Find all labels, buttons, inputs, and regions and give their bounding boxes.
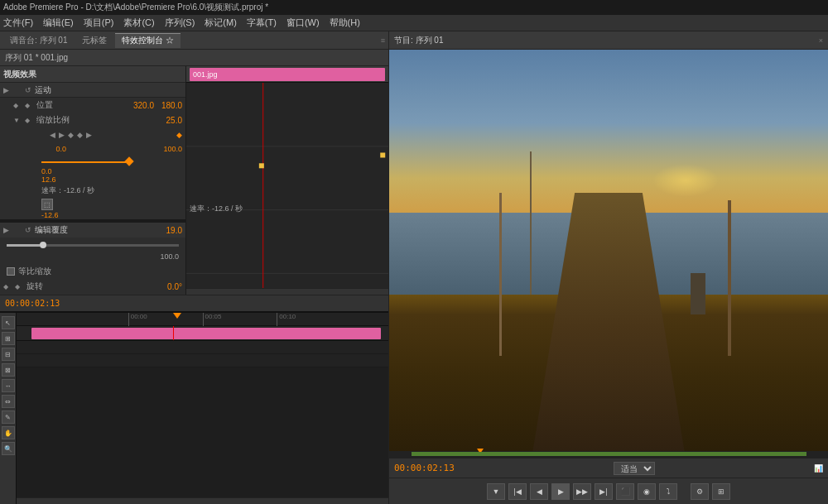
opacity-row: ▶ ↺ 编辑覆度 19.0	[0, 223, 185, 238]
scale-val3[interactable]: 100.0	[157, 145, 182, 153]
position-label: 位置	[36, 99, 129, 111]
source-playhead-line	[173, 326, 174, 340]
graph-val1: 0.0	[41, 167, 52, 175]
source-hscrollbar[interactable]	[17, 497, 388, 504]
ctrl-export[interactable]: ⤵	[659, 483, 677, 500]
svg-rect-4	[259, 163, 264, 168]
ctrl-play[interactable]: ▶	[551, 483, 570, 500]
opacity-reset[interactable]: ↺	[25, 226, 31, 234]
motion-row[interactable]: ▶ ↺ 运动	[0, 83, 185, 98]
ctrl-safe[interactable]: ⊞	[712, 483, 730, 500]
svg-rect-5	[380, 152, 385, 157]
source-clip-bar[interactable]: 001.jpg	[190, 68, 385, 81]
tool-slide[interactable]: ⇔	[2, 395, 15, 408]
motion-label: 运动	[35, 84, 51, 96]
tool-column: ↖ ⊞ ⊟ ⊠ ↔ ⇔ ✎ ✋ 🔍	[0, 313, 17, 504]
ctrl-record[interactable]: ◉	[638, 483, 656, 500]
source-clip-track	[17, 326, 388, 341]
ctrl-stop[interactable]: ⬛	[616, 483, 634, 500]
video-effects-header: 视频效果	[0, 66, 185, 83]
rotation-row: ◆ ◆ 旋转 0.0°	[0, 279, 185, 294]
graph-val2: 12.6	[41, 175, 56, 184]
render-bar	[412, 452, 806, 456]
menu-file[interactable]: 文件(F)	[3, 17, 33, 29]
source-timecode: 00:00:02:13	[5, 299, 60, 308]
program-close[interactable]: ×	[819, 36, 823, 45]
right-panel: 节目: 序列 01 ×	[389, 31, 828, 504]
ec-clip-name: 序列 01 * 001.jpg	[5, 52, 68, 64]
sun-glow	[652, 164, 719, 197]
tool-rolling[interactable]: ⊠	[2, 363, 15, 377]
equal-scale-label: 等比缩放	[18, 266, 51, 277]
pos-y-value[interactable]: 180.0	[157, 101, 182, 110]
menu-edit[interactable]: 编辑(E)	[43, 17, 74, 29]
graph-val3: -12.6	[41, 211, 59, 219]
menu-clip[interactable]: 素材(C)	[123, 17, 154, 29]
ctrl-step-back[interactable]: ◀	[530, 483, 548, 500]
ctrl-to-start[interactable]: |◀	[508, 483, 527, 500]
velocity-label: 速率：-12.6 / 秒	[41, 186, 94, 194]
left-panel: 调音台: 序列 01 元标签 特效控制台 ☆ ≡ 序列 01 * 001.jpg…	[0, 31, 389, 504]
program-video	[389, 50, 828, 458]
src-empty-area	[17, 367, 388, 497]
menu-project[interactable]: 项目(P)	[84, 17, 114, 29]
program-panel: 节目: 序列 01 ×	[389, 31, 828, 504]
program-timecode: 00:00:02:13	[394, 463, 455, 473]
menu-help[interactable]: 帮助(H)	[330, 17, 360, 29]
menu-sequence[interactable]: 序列(S)	[165, 17, 195, 29]
src-empty-track-2	[17, 354, 388, 367]
source-clip-name: 001.jpg	[193, 70, 218, 79]
menu-marker[interactable]: 标记(M)	[205, 17, 237, 29]
video-effects-label: 视频效果	[3, 69, 36, 80]
program-footer: 00:00:02:13 适当 📊	[389, 458, 828, 478]
scale-label: 缩放比例	[36, 114, 157, 126]
tab-mixer[interactable]: 调音台: 序列 01	[3, 33, 74, 48]
tool-slip[interactable]: ↔	[2, 379, 15, 392]
opacity-value[interactable]: 19.0	[157, 226, 182, 235]
menu-window[interactable]: 窗口(W)	[286, 17, 320, 29]
tool-select[interactable]: ↖	[2, 316, 15, 329]
pos-x-value[interactable]: 320.0	[129, 101, 154, 110]
position-row: ◆ ◆ 位置 320.0 180.0	[0, 98, 185, 113]
scale-val2[interactable]: 0.0	[41, 145, 66, 153]
rotation-label: 旋转	[26, 281, 157, 292]
ctrl-mark-in[interactable]: ▼	[487, 483, 505, 500]
tool-razor[interactable]: ⊞	[2, 332, 15, 345]
rotation-value[interactable]: 0.0°	[157, 282, 182, 291]
source-timecode-bar: 00:00:02:13	[0, 295, 388, 311]
tool-ripple[interactable]: ⊟	[2, 348, 15, 361]
menu-title[interactable]: 字幕(T)	[247, 17, 277, 29]
fit-dropdown[interactable]: 适当	[614, 462, 655, 475]
ctrl-to-end[interactable]: ▶|	[595, 483, 613, 500]
program-extra: 📊	[814, 464, 823, 473]
program-header: 节目: 序列 01 ×	[389, 31, 828, 50]
program-timeline-strip	[389, 451, 828, 458]
scale-row: ▼ ◆ 缩放比例 25.0	[0, 113, 185, 127]
program-controls: ▼ |◀ ◀ ▶ ▶▶ ▶| ⬛ ◉ ⤵ ⚙ ⊞	[389, 478, 828, 504]
source-ruler: 00:00 00:05 00:10	[17, 313, 388, 326]
lamp-post	[530, 151, 532, 295]
source-marker	[173, 313, 181, 319]
tool-zoom[interactable]: 🔍	[2, 442, 15, 455]
tool-pen[interactable]: ✎	[2, 410, 15, 424]
tab-meta[interactable]: 元标签	[75, 33, 113, 48]
main-layout: 调音台: 序列 01 元标签 特效控制台 ☆ ≡ 序列 01 * 001.jpg…	[0, 31, 828, 504]
tower	[691, 273, 705, 314]
menu-bar: 文件(F) 编辑(E) 项目(P) 素材(C) 序列(S) 标记(M) 字幕(T…	[0, 15, 828, 31]
fence-left	[499, 193, 502, 356]
source-panel-tabs: 调音台: 序列 01 元标签 特效控制台 ☆ ≡	[0, 31, 388, 50]
tool-hand[interactable]: ✋	[2, 426, 15, 439]
ctrl-step-fwd[interactable]: ▶▶	[573, 483, 591, 500]
src-empty-track-1	[17, 341, 388, 354]
graph-hscroll[interactable]	[186, 288, 388, 295]
title-bar: Adobe Premiere Pro - D:\文档\Adobe\Premier…	[0, 0, 828, 15]
reset-icon[interactable]: ↺	[25, 86, 31, 94]
ec-clip-header: 序列 01 * 001.jpg	[0, 50, 388, 66]
panel-menu-icon[interactable]: ≡	[381, 36, 385, 45]
source-clip-pink[interactable]	[31, 328, 381, 339]
ctrl-settings[interactable]: ⚙	[691, 483, 709, 500]
scale-value[interactable]: 25.0	[157, 116, 182, 125]
program-title: 节目: 序列 01	[394, 35, 443, 46]
velocity-icon: ⬚	[41, 199, 53, 210]
tab-effect-controls[interactable]: 特效控制台 ☆	[115, 33, 181, 48]
